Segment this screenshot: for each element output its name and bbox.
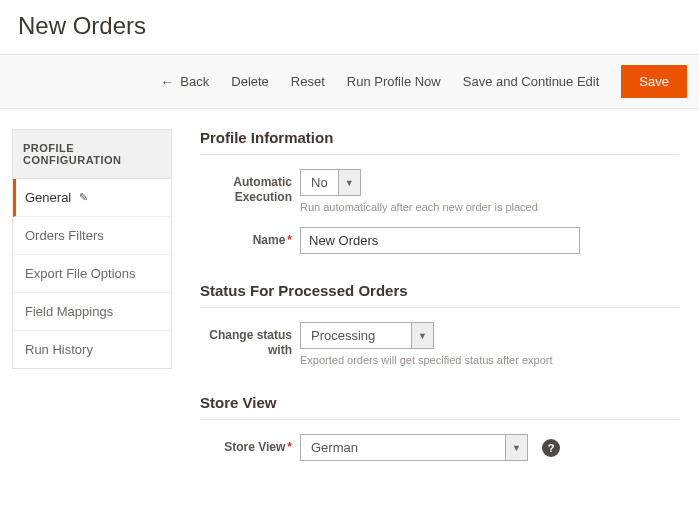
change-status-hint: Exported orders will get specified statu… bbox=[300, 354, 679, 366]
chevron-down-icon: ▼ bbox=[506, 434, 528, 461]
reset-button[interactable]: Reset bbox=[291, 74, 325, 89]
required-asterisk: * bbox=[287, 233, 292, 247]
sidebar-item-label: General bbox=[25, 190, 71, 205]
sidebar-item-label: Export File Options bbox=[25, 266, 136, 281]
section-store-view: Store View Store View* German ▼ ? bbox=[200, 394, 679, 461]
back-label: Back bbox=[180, 74, 209, 89]
chevron-down-icon: ▼ bbox=[339, 169, 361, 196]
page-title: New Orders bbox=[0, 0, 699, 54]
automatic-execution-select[interactable]: No ▼ bbox=[300, 169, 361, 196]
sidebar-item-general[interactable]: General ✎ bbox=[13, 179, 171, 217]
select-value: German bbox=[300, 434, 506, 461]
delete-button[interactable]: Delete bbox=[231, 74, 269, 89]
section-title: Status For Processed Orders bbox=[200, 282, 679, 308]
save-button[interactable]: Save bbox=[621, 65, 687, 98]
change-status-select[interactable]: Processing ▼ bbox=[300, 322, 434, 349]
automatic-execution-hint: Run automatically after each new order i… bbox=[300, 201, 679, 213]
name-label: Name* bbox=[200, 227, 300, 248]
store-view-select[interactable]: German ▼ bbox=[300, 434, 528, 461]
select-value: No bbox=[300, 169, 339, 196]
pencil-icon: ✎ bbox=[79, 191, 88, 204]
section-profile-information: Profile Information Automatic Execution … bbox=[200, 129, 679, 254]
sidebar-title: PROFILE CONFIGURATION bbox=[12, 129, 172, 179]
section-title: Profile Information bbox=[200, 129, 679, 155]
sidebar-item-orders-filters[interactable]: Orders Filters bbox=[13, 217, 171, 255]
save-continue-button[interactable]: Save and Continue Edit bbox=[463, 74, 600, 89]
sidebar-item-label: Orders Filters bbox=[25, 228, 104, 243]
required-asterisk: * bbox=[287, 440, 292, 454]
content: Profile Information Automatic Execution … bbox=[200, 129, 687, 489]
sidebar-item-label: Run History bbox=[25, 342, 93, 357]
sidebar-item-field-mappings[interactable]: Field Mappings bbox=[13, 293, 171, 331]
back-button[interactable]: ← Back bbox=[160, 74, 209, 89]
sidebar-item-export-file-options[interactable]: Export File Options bbox=[13, 255, 171, 293]
chevron-down-icon: ▼ bbox=[412, 322, 434, 349]
run-profile-button[interactable]: Run Profile Now bbox=[347, 74, 441, 89]
select-value: Processing bbox=[300, 322, 412, 349]
sidebar-item-label: Field Mappings bbox=[25, 304, 113, 319]
section-title: Store View bbox=[200, 394, 679, 420]
toolbar: ← Back Delete Reset Run Profile Now Save… bbox=[0, 54, 699, 109]
name-input[interactable] bbox=[300, 227, 580, 254]
sidebar: PROFILE CONFIGURATION General ✎ Orders F… bbox=[12, 129, 172, 489]
arrow-left-icon: ← bbox=[160, 75, 174, 89]
help-icon[interactable]: ? bbox=[542, 439, 560, 457]
store-view-label: Store View* bbox=[200, 434, 300, 455]
sidebar-item-run-history[interactable]: Run History bbox=[13, 331, 171, 368]
change-status-label: Change status with bbox=[200, 322, 300, 358]
section-status-processed-orders: Status For Processed Orders Change statu… bbox=[200, 282, 679, 366]
automatic-execution-label: Automatic Execution bbox=[200, 169, 300, 205]
